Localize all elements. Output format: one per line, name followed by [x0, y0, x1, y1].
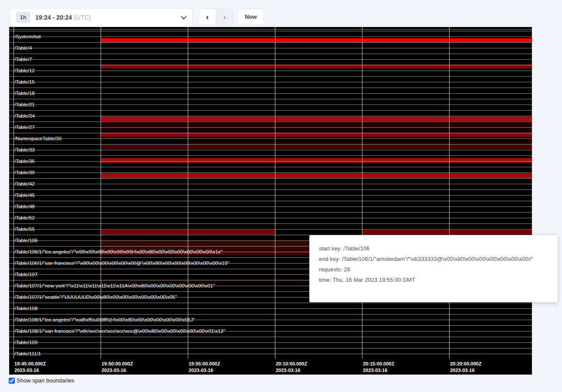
key-span-label: /Table/33 [14, 147, 35, 153]
key-span-label: /Table/106 [14, 237, 37, 243]
time-gridline [449, 27, 450, 359]
key-span-label: /Table/18 [14, 90, 35, 96]
key-span-label: /Table/27 [14, 124, 35, 130]
key-span-label: /Table/52 [14, 215, 35, 221]
prev-time-button[interactable]: ‹ [199, 9, 216, 25]
now-button[interactable]: Now [237, 8, 264, 25]
time-range-utc: (UTC) [74, 14, 91, 21]
time-gridline [101, 27, 101, 359]
hot-band [101, 64, 532, 68]
key-span-label: /Table/106/1/"los angeles"/"\x99\x99\x99… [14, 249, 223, 255]
time-gridline [14, 27, 14, 359]
key-span-label: /NamespaceTable/30 [14, 135, 61, 142]
key-span-label: /Table/48 [14, 203, 35, 210]
hot-band [101, 122, 532, 130]
chevron-down-icon [181, 14, 186, 20]
key-span-label: /Table/111/1 [14, 351, 41, 357]
hot-band [362, 230, 532, 234]
time-range-badge: 1h [16, 12, 30, 23]
time-tick-label: 20:20:00.000Z 2023-03-16 [450, 361, 481, 374]
span-tooltip: start key: /Table/106end key: /Table/106… [309, 235, 558, 302]
hot-band [101, 117, 532, 121]
time-nav-group: ‹ › [199, 8, 234, 25]
hot-band [101, 38, 532, 42]
tooltip-text-line: end key: /Table/106/1/"amsterdam"/"\xb33… [319, 256, 548, 262]
time-gridline [275, 27, 275, 359]
key-span-label: /Table/106/1/"san francisco"/"\x80\x00\x… [14, 260, 229, 266]
hot-band [101, 132, 532, 137]
key-span-label: /Table/15 [14, 79, 35, 85]
time-gridline [362, 27, 362, 359]
hot-band [188, 142, 532, 145]
show-span-boundaries-row[interactable]: Show span boundaries [9, 377, 74, 384]
key-span-label: /Table/108/1/"san francisco"/"\x8c\xcc\x… [14, 328, 225, 334]
show-span-boundaries-label: Show span boundaries [17, 377, 74, 384]
time-tick-label: 20:10:00.000Z 2023-03-16 [276, 361, 307, 374]
toolbar: 1h 19:24 - 20:24 (UTC) ‹ › Now [0, 0, 562, 27]
key-visualizer-heatmap[interactable]: /System/tsd/Table/4/Table/7/Table/12/Tab… [9, 27, 532, 375]
time-tick-label: 19:45:00.000Z 2023-03-16 [14, 361, 46, 374]
tooltip-text-line: start key: /Table/106 [319, 245, 548, 252]
heatmap-plot[interactable] [9, 27, 532, 357]
key-span-label: /Table/42 [14, 181, 35, 187]
key-span-label: /Table/39 [14, 169, 35, 176]
show-span-boundaries-checkbox[interactable] [9, 378, 15, 384]
key-span-label: /Table/24 [14, 113, 35, 119]
key-span-label: /Table/45 [14, 192, 35, 198]
hot-band [101, 145, 532, 149]
key-span-label: /Table/108 [14, 305, 37, 311]
key-span-label: /Table/4 [14, 45, 32, 51]
key-span-label: /Table/108/1/"los angeles"/"\xa8\xf5\u00… [14, 317, 195, 323]
key-span-label: /Table/21 [14, 101, 35, 108]
key-span-label: /Table/7 [14, 56, 32, 62]
key-span-label: /Table/55 [14, 226, 35, 232]
hot-band [101, 158, 532, 163]
key-span-label: /Table/36 [14, 158, 35, 164]
key-span-label: /System/tsd [14, 34, 41, 40]
key-span-label: /Table/12 [14, 68, 35, 74]
key-span-label: /Table/107 [14, 271, 37, 277]
next-time-button[interactable]: › [216, 9, 233, 25]
span-boundary-lines [9, 27, 532, 357]
key-span-label: /Table/107/1/"seattle"/"UUUUUUD\x00\x80\… [14, 294, 177, 300]
key-span-label: /Table/107/1/"new york"/"\x11\x11\x11\x1… [14, 283, 215, 289]
tooltip-text-line: time: Thu, 16 Mar 2023 19:55:00 GMT [319, 277, 548, 283]
hot-band [101, 173, 532, 179]
time-gridline [188, 27, 188, 359]
time-range-select[interactable]: 1h 19:24 - 20:24 (UTC) [10, 8, 193, 27]
key-span-label: /Table/109 [14, 339, 37, 345]
tooltip-text-line: requests: 28 [319, 266, 548, 273]
time-range-text: 19:24 - 20:24 [35, 14, 72, 21]
time-tick-label: 19:50:00.000Z 2023-03-16 [102, 361, 133, 374]
time-tick-label: 19:55:00.000Z 2023-03-16 [189, 361, 220, 374]
time-tick-label: 20:15:00.000Z 2023-03-16 [363, 361, 394, 374]
